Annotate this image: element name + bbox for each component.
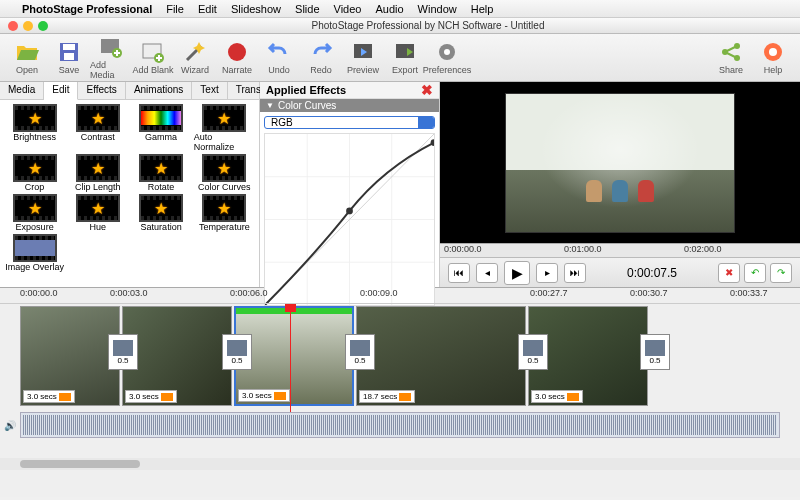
share-button[interactable]: Share <box>710 40 752 75</box>
timeline-ruler[interactable]: 0:00:00.00:00:03.00:00:06.00:00:09.00:00… <box>0 288 800 304</box>
preview-button[interactable]: Preview <box>342 40 384 75</box>
transition-marker[interactable]: 0.5 <box>640 334 670 370</box>
window-title: PhotoStage Professional by NCH Software … <box>56 20 800 31</box>
effect-hue[interactable]: ★Hue <box>67 194 128 232</box>
open-button[interactable]: Open <box>6 40 48 75</box>
preferences-button[interactable]: Preferences <box>426 40 468 75</box>
redo-button[interactable]: Redo <box>300 40 342 75</box>
svg-rect-2 <box>64 53 74 60</box>
timeline-clip[interactable]: 3.0 secs <box>122 306 232 406</box>
play-button[interactable]: ▶ <box>504 261 530 285</box>
timeline-scrollbar[interactable] <box>0 458 800 470</box>
prev-frame-button[interactable]: ◂ <box>476 263 498 283</box>
save-button[interactable]: Save <box>48 40 90 75</box>
effect-crop[interactable]: ★Crop <box>4 154 65 192</box>
effect-image-overlay[interactable]: Image Overlay <box>4 234 65 272</box>
panel-tabs: Media Edit Effects Animations Text Trans… <box>0 82 259 100</box>
clip-duration: 3.0 secs <box>23 390 75 403</box>
export-button[interactable]: Export <box>384 40 426 75</box>
menu-file[interactable]: File <box>166 3 184 15</box>
tab-edit[interactable]: Edit <box>44 82 78 100</box>
transition-marker[interactable]: 0.5 <box>108 334 138 370</box>
transition-marker[interactable]: 0.5 <box>518 334 548 370</box>
clip-duration: 3.0 secs <box>238 389 290 402</box>
effect-exposure[interactable]: ★Exposure <box>4 194 65 232</box>
narrate-button[interactable]: Narrate <box>216 40 258 75</box>
redo-tl-button[interactable]: ↷ <box>770 263 792 283</box>
titlebar: PhotoStage Professional by NCH Software … <box>0 18 800 34</box>
menubar: PhotoStage Professional File Edit Slides… <box>0 0 800 18</box>
menu-slideshow[interactable]: Slideshow <box>231 3 281 15</box>
effect-contrast[interactable]: ★Contrast <box>67 104 128 152</box>
transition-marker[interactable]: 0.5 <box>222 334 252 370</box>
svg-rect-1 <box>63 44 75 50</box>
window-minimize[interactable] <box>23 21 33 31</box>
clip-duration: 18.7 secs <box>359 390 415 403</box>
delete-button[interactable]: ✖ <box>718 263 740 283</box>
preview-viewport <box>440 82 800 243</box>
toolbar: Open Save Add Media Add Blank Wizard Nar… <box>0 34 800 82</box>
svg-point-16 <box>769 48 777 56</box>
menu-window[interactable]: Window <box>418 3 457 15</box>
wizard-button[interactable]: Wizard <box>174 40 216 75</box>
tab-text[interactable]: Text <box>192 82 227 99</box>
preview-ruler: 0:00:00.00:01:00.00:02:00.0 <box>440 243 800 257</box>
clip-duration: 3.0 secs <box>531 390 583 403</box>
playback-time: 0:00:07.5 <box>592 266 712 280</box>
speaker-icon[interactable]: 🔊 <box>4 420 16 431</box>
clips-track[interactable]: 3.0 secs 3.0 secs 3.0 secs 18.7 secs 3.0… <box>0 304 800 412</box>
preview-panel: 0:00:00.00:01:00.00:02:00.0 ⏮ ◂ ▶ ▸ ⏭ 0:… <box>440 82 800 287</box>
menu-slide[interactable]: Slide <box>295 3 319 15</box>
effect-color-curves[interactable]: ★Color Curves <box>194 154 255 192</box>
timeline-clip[interactable]: 3.0 secs <box>234 306 354 406</box>
add-blank-button[interactable]: Add Blank <box>132 40 174 75</box>
svg-point-11 <box>444 49 450 55</box>
add-media-button[interactable]: Add Media <box>90 35 132 80</box>
svg-point-24 <box>346 208 353 215</box>
effect-auto-normalize[interactable]: ★Auto Normalize <box>194 104 255 152</box>
applied-section[interactable]: Color Curves <box>260 99 439 112</box>
window-close[interactable] <box>8 21 18 31</box>
timeline-clip[interactable]: 18.7 secs <box>356 306 526 406</box>
effect-clip-length[interactable]: ★Clip Length <box>67 154 128 192</box>
tab-animations[interactable]: Animations <box>126 82 192 99</box>
timeline: 0:00:00.00:00:03.00:00:06.00:00:09.00:00… <box>0 287 800 497</box>
effect-saturation[interactable]: ★Saturation <box>131 194 192 232</box>
audio-track[interactable] <box>20 412 780 438</box>
transition-marker[interactable]: 0.5 <box>345 334 375 370</box>
undo-tl-button[interactable]: ↶ <box>744 263 766 283</box>
window-maximize[interactable] <box>38 21 48 31</box>
goto-end-button[interactable]: ⏭ <box>564 263 586 283</box>
next-frame-button[interactable]: ▸ <box>536 263 558 283</box>
menu-video[interactable]: Video <box>334 3 362 15</box>
svg-point-7 <box>228 43 246 61</box>
timeline-clip[interactable]: 3.0 secs <box>20 306 120 406</box>
effect-brightness[interactable]: ★Brightness <box>4 104 65 152</box>
goto-start-button[interactable]: ⏮ <box>448 263 470 283</box>
effect-temperature[interactable]: ★Temperature <box>194 194 255 232</box>
tab-effects[interactable]: Effects <box>78 82 125 99</box>
tab-media[interactable]: Media <box>0 82 44 99</box>
playback-controls: ⏮ ◂ ▶ ▸ ⏭ 0:00:07.5 ✖ ↶ ↷ <box>440 257 800 287</box>
app-name[interactable]: PhotoStage Professional <box>22 3 152 15</box>
effect-rotate[interactable]: ★Rotate <box>131 154 192 192</box>
effect-gamma[interactable]: Gamma <box>131 104 192 152</box>
channel-select[interactable]: RGB <box>264 116 435 129</box>
applied-effects-panel: Applied Effects✖ Color Curves RGB <box>260 82 440 287</box>
menu-help[interactable]: Help <box>471 3 494 15</box>
preview-image <box>505 93 735 233</box>
help-button[interactable]: Help <box>752 40 794 75</box>
undo-button[interactable]: Undo <box>258 40 300 75</box>
effects-panel: Media Edit Effects Animations Text Trans… <box>0 82 260 287</box>
close-icon[interactable]: ✖ <box>421 82 433 98</box>
menu-audio[interactable]: Audio <box>375 3 403 15</box>
menu-edit[interactable]: Edit <box>198 3 217 15</box>
curve-editor[interactable] <box>264 133 435 306</box>
clip-duration: 3.0 secs <box>125 390 177 403</box>
applied-effects-title: Applied Effects <box>266 84 346 96</box>
